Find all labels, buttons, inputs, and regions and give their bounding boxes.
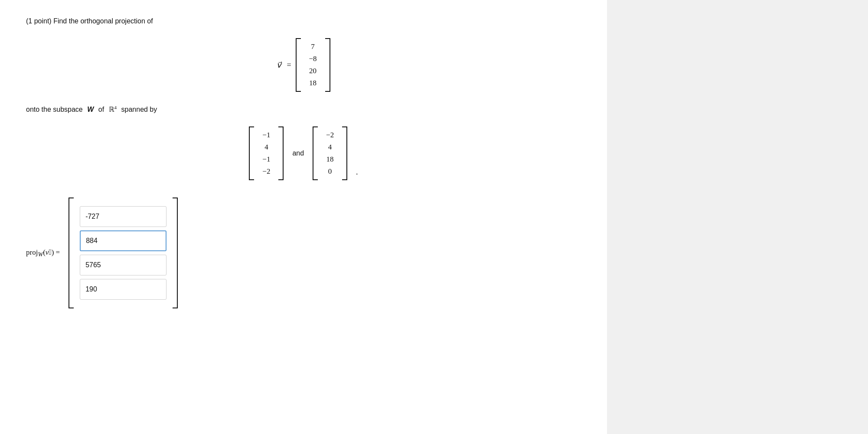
W-label: W: [87, 106, 94, 113]
onto-prefix: onto the subspace: [26, 106, 83, 113]
vector-v-values: 7 −8 20 18: [301, 38, 325, 92]
bracket-left-v1: [249, 126, 254, 180]
basis-v1-values: −1 4 −1 −2: [254, 126, 278, 180]
onto-text: onto the subspace W of ℝ4 spanned by: [26, 105, 581, 113]
bracket-right-v1: [278, 126, 284, 180]
vector-equals: =: [287, 61, 291, 70]
period: .: [356, 168, 358, 177]
result-section: projW(v⃗) =: [26, 198, 581, 308]
v2-val-3: 18: [324, 155, 336, 164]
v1-val-2: 4: [260, 143, 272, 152]
question-header: (1 point) Find the orthogonal projection…: [26, 17, 581, 25]
v2-val-2: 4: [324, 143, 336, 152]
answer-input-4[interactable]: [80, 279, 166, 300]
v-val-3: 20: [307, 67, 319, 75]
basis-section: −1 4 −1 −2 and −2 4 18: [26, 126, 581, 180]
bracket-right-v: [325, 38, 330, 92]
v2-val-1: −2: [324, 131, 336, 139]
basis-v1-matrix: −1 4 −1 −2: [249, 126, 284, 180]
proj-sub-W: W: [38, 251, 43, 258]
and-text: and: [292, 149, 304, 157]
bracket-left-v: [296, 38, 301, 92]
main-page: (1 point) Find the orthogonal projection…: [0, 0, 607, 434]
answer-input-3[interactable]: [80, 255, 166, 275]
basis-v2-matrix: −2 4 18 0: [313, 126, 347, 180]
bracket-right-v2: [342, 126, 347, 180]
proj-label: projW(v⃗) =: [26, 248, 60, 258]
basis-v2-values: −2 4 18 0: [318, 126, 342, 180]
R4-label: ℝ4: [109, 106, 117, 113]
v-val-1: 7: [307, 42, 319, 51]
vector-v-section: v⃗ = 7 −8 20 18: [26, 38, 581, 92]
v1-val-1: −1: [260, 131, 272, 139]
v1-val-4: −2: [260, 167, 272, 176]
v2-val-4: 0: [324, 167, 336, 176]
vector-v-label: v⃗: [277, 60, 281, 70]
v-val-2: −8: [307, 55, 319, 63]
answer-bracket-container: [69, 198, 178, 308]
bracket-left-v2: [313, 126, 318, 180]
v-val-4: 18: [307, 79, 319, 87]
spanned-by-text: spanned by: [121, 106, 157, 113]
vector-v-matrix: 7 −8 20 18: [296, 38, 330, 92]
answer-input-2[interactable]: [80, 230, 166, 251]
of-text: of: [98, 106, 104, 113]
answer-bracket-left: [69, 198, 74, 308]
answer-inputs: [75, 198, 171, 308]
answer-bracket-right: [173, 198, 178, 308]
v1-val-3: −1: [260, 155, 272, 164]
answer-input-1[interactable]: [80, 206, 166, 227]
